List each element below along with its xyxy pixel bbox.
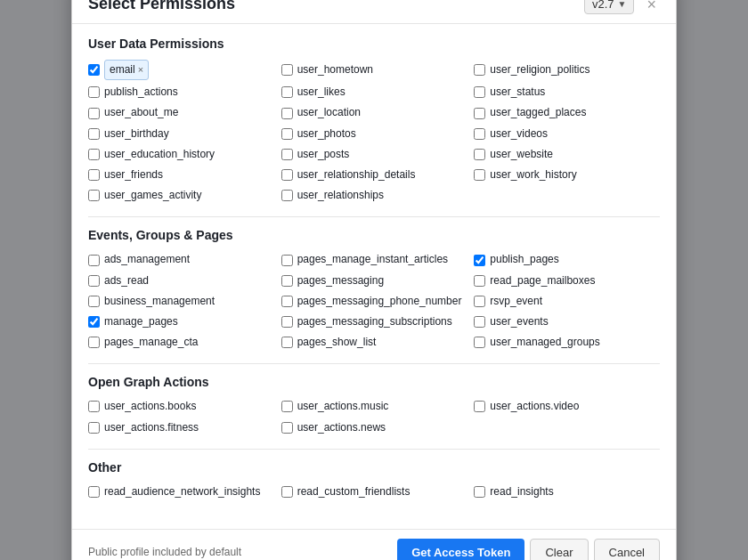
get-access-token-button[interactable]: Get Access Token: [397, 539, 524, 560]
perm-email: email ×: [88, 60, 274, 80]
perm-user-actions-video-label: user_actions.video: [490, 398, 579, 415]
perm-pages-messaging-subscriptions-checkbox[interactable]: [281, 316, 293, 328]
perm-user-actions-books-checkbox[interactable]: [88, 401, 100, 412]
perm-user-about-me: user_about_me: [88, 104, 274, 121]
footer-note: Public profile included by default: [88, 546, 241, 558]
perm-publish-actions-label: publish_actions: [104, 84, 178, 101]
perm-ads-read-checkbox[interactable]: [88, 275, 100, 287]
open-graph-section-title: Open Graph Actions: [88, 375, 660, 389]
perm-user-posts-label: user_posts: [297, 146, 350, 163]
cancel-button[interactable]: Cancel: [594, 539, 660, 560]
perm-user-about-me-checkbox[interactable]: [88, 108, 100, 119]
perm-user-location: user_location: [281, 104, 467, 121]
perm-user-education-history-checkbox[interactable]: [88, 149, 100, 160]
perm-user-events: user_events: [474, 313, 660, 330]
clear-button[interactable]: Clear: [530, 539, 588, 560]
perm-read-audience-network-insights-checkbox[interactable]: [88, 486, 100, 498]
perm-business-management-checkbox[interactable]: [88, 296, 100, 307]
perm-user-actions-video: user_actions.video: [474, 398, 660, 415]
perm-user-relationships-checkbox[interactable]: [281, 190, 293, 201]
perm-user-website-label: user_website: [490, 146, 553, 163]
perm-user-work-history-label: user_work_history: [490, 166, 576, 183]
perm-email-checkbox[interactable]: [88, 64, 100, 76]
perm-user-likes-checkbox[interactable]: [281, 86, 293, 98]
perm-user-events-checkbox[interactable]: [474, 316, 485, 328]
perm-read-insights-checkbox[interactable]: [474, 486, 485, 498]
perm-publish-pages-label: publish_pages: [490, 251, 558, 268]
perm-pages-messaging-checkbox[interactable]: [281, 275, 293, 287]
perm-user-relationship-details-label: user_relationship_details: [297, 166, 416, 183]
perm-user-photos: user_photos: [281, 126, 467, 142]
perm-user-actions-music-checkbox[interactable]: [281, 401, 293, 412]
select-permissions-modal: Select Permissions v2.7 ▼ × User Data Pe…: [71, 0, 677, 560]
perm-user-videos: user_videos: [474, 126, 660, 142]
perm-user-tagged-places-checkbox[interactable]: [474, 108, 485, 119]
perm-pages-manage-instant-articles-checkbox[interactable]: [281, 255, 293, 266]
perm-rsvp-event-checkbox[interactable]: [474, 296, 485, 307]
perm-ads-management: ads_management: [88, 251, 274, 268]
perm-user-actions-music-label: user_actions.music: [297, 398, 389, 415]
perm-user-friends-checkbox[interactable]: [88, 169, 100, 181]
perm-user-website-checkbox[interactable]: [474, 149, 485, 160]
modal-header-controls: v2.7 ▼ ×: [584, 0, 660, 14]
perm-user-hometown-label: user_hometown: [297, 61, 373, 78]
perm-user-actions-news: user_actions.news: [281, 419, 467, 436]
close-button[interactable]: ×: [643, 0, 660, 14]
perm-pages-show-list: pages_show_list: [281, 334, 467, 351]
modal-body: User Data Permissions email × user_homet…: [72, 24, 676, 525]
perm-publish-actions-checkbox[interactable]: [88, 86, 100, 98]
perm-read-custom-friendlists-checkbox[interactable]: [281, 486, 293, 498]
perm-user-games-activity-checkbox[interactable]: [88, 190, 100, 201]
perm-pages-messaging-label: pages_messaging: [297, 272, 384, 289]
perm-user-relationships: user_relationships: [281, 187, 467, 204]
perm-business-management-label: business_management: [104, 293, 215, 310]
perm-rsvp-event-label: rsvp_event: [490, 293, 542, 310]
user-data-section-title: User Data Permissions: [88, 37, 660, 51]
perm-user-managed-groups: user_managed_groups: [474, 334, 660, 351]
perm-publish-pages-checkbox[interactable]: [474, 255, 485, 266]
perm-user-education-history-label: user_education_history: [104, 146, 215, 163]
perm-pages-messaging-phone-number: pages_messaging_phone_number: [281, 293, 467, 310]
perm-read-page-mailboxes-checkbox[interactable]: [474, 275, 485, 287]
perm-user-status-checkbox[interactable]: [474, 86, 485, 98]
perm-user-likes-label: user_likes: [297, 84, 346, 101]
perm-user-actions-fitness-checkbox[interactable]: [88, 422, 100, 434]
perm-user-videos-checkbox[interactable]: [474, 128, 485, 140]
perm-pages-show-list-checkbox[interactable]: [281, 337, 293, 348]
section-divider-1: [88, 216, 660, 217]
perm-user-relationship-details: user_relationship_details: [281, 166, 467, 183]
perm-user-birthday-checkbox[interactable]: [88, 128, 100, 140]
perm-user-actions-fitness: user_actions.fitness: [88, 419, 274, 436]
perm-user-likes: user_likes: [281, 84, 467, 101]
perm-manage-pages-label: manage_pages: [104, 313, 178, 330]
email-tag-remove[interactable]: ×: [138, 62, 143, 78]
perm-ads-read: ads_read: [88, 272, 274, 289]
version-dropdown[interactable]: v2.7 ▼: [584, 0, 634, 14]
perm-user-photos-checkbox[interactable]: [281, 128, 293, 140]
perm-manage-pages-checkbox[interactable]: [88, 316, 100, 328]
section-divider-2: [88, 363, 660, 364]
perm-user-hometown-checkbox[interactable]: [281, 64, 293, 76]
perm-user-relationship-details-checkbox[interactable]: [281, 169, 293, 181]
perm-user-actions-news-checkbox[interactable]: [281, 422, 293, 434]
section-divider-3: [88, 449, 660, 450]
chevron-down-icon: ▼: [618, 0, 627, 9]
perm-user-work-history: user_work_history: [474, 166, 660, 183]
perm-pages-manage-instant-articles-label: pages_manage_instant_articles: [297, 251, 448, 268]
perm-user-religion-politics-checkbox[interactable]: [474, 64, 485, 76]
perm-user-posts-checkbox[interactable]: [281, 149, 293, 160]
modal-footer: Public profile included by default Get A…: [72, 529, 676, 560]
perm-publish-actions: publish_actions: [88, 84, 274, 101]
perm-pages-messaging-phone-number-checkbox[interactable]: [281, 296, 293, 307]
perm-pages-manage-cta: pages_manage_cta: [88, 334, 274, 351]
perm-user-status-label: user_status: [490, 84, 545, 101]
other-section-title: Other: [88, 460, 660, 475]
perm-user-actions-video-checkbox[interactable]: [474, 401, 485, 412]
perm-pages-manage-cta-checkbox[interactable]: [88, 337, 100, 348]
perm-ads-management-checkbox[interactable]: [88, 255, 100, 266]
events-section-title: Events, Groups & Pages: [88, 228, 660, 242]
perm-user-work-history-checkbox[interactable]: [474, 169, 485, 181]
perm-user-managed-groups-checkbox[interactable]: [474, 337, 485, 348]
perm-user-location-checkbox[interactable]: [281, 108, 293, 119]
perm-user-photos-label: user_photos: [297, 126, 356, 142]
